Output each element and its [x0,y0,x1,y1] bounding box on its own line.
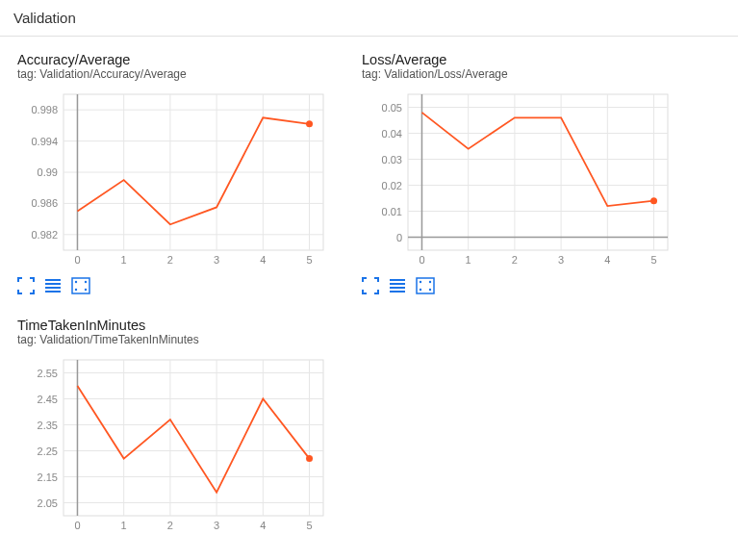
chart-toolbar [362,277,679,294]
section-title: Validation [13,10,76,26]
svg-point-70 [429,289,431,291]
chart-tag: tag: Validation/Loss/Average [362,67,679,81]
svg-text:5: 5 [306,254,312,266]
svg-point-97 [306,455,313,462]
chart-tag: tag: Validation/TimeTakenInMinutes [17,333,335,346]
fit-domain-icon[interactable] [71,277,90,294]
svg-text:0.03: 0.03 [382,154,402,165]
svg-text:0.02: 0.02 [382,180,402,191]
chart-title: Loss/Average [362,52,679,67]
svg-text:0.01: 0.01 [382,206,402,217]
svg-point-68 [429,281,431,283]
svg-text:0.994: 0.994 [31,136,58,147]
svg-text:0: 0 [74,254,80,266]
chart-plot-loss[interactable]: 00.010.020.030.040.05012345 [362,87,679,269]
svg-text:5: 5 [650,254,656,266]
svg-text:0: 0 [74,520,80,531]
svg-point-61 [650,197,657,204]
svg-text:0.998: 0.998 [31,104,58,115]
svg-text:0: 0 [419,254,424,266]
svg-text:4: 4 [260,520,266,531]
svg-text:0.99: 0.99 [38,166,58,178]
svg-point-32 [75,289,77,291]
chart-card-time: TimeTakenInMinutes tag: Validation/TimeT… [17,318,335,543]
svg-text:4: 4 [604,254,610,266]
section-header[interactable]: Validation [0,0,738,37]
expand-icon[interactable] [362,277,379,294]
chart-tag: tag: Validation/Accuracy/Average [17,67,335,81]
list-icon[interactable] [389,277,406,294]
svg-point-33 [85,289,87,291]
svg-text:5: 5 [306,520,312,531]
svg-text:2.25: 2.25 [38,445,58,457]
svg-text:0.986: 0.986 [31,197,58,209]
svg-text:3: 3 [558,254,564,266]
chart-plot-time[interactable]: 2.052.152.252.352.452.55012345 [17,352,335,535]
svg-text:1: 1 [121,254,127,266]
svg-text:1: 1 [466,254,471,266]
chart-title: Accuracy/Average [17,52,335,67]
svg-text:3: 3 [214,254,219,266]
svg-point-30 [75,281,77,283]
svg-rect-66 [417,278,434,293]
svg-text:2: 2 [512,254,518,266]
svg-text:2.15: 2.15 [38,471,58,483]
chart-grid: Accuracy/Average tag: Validation/Accurac… [17,52,721,543]
chart-plot-accuracy[interactable]: 0.9820.9860.990.9940.998012345 [17,87,335,269]
svg-rect-71 [64,360,323,516]
svg-text:1: 1 [121,520,127,531]
chart-card-loss: Loss/Average tag: Validation/Loss/Averag… [362,52,679,294]
chart-toolbar [17,277,335,294]
charts-container: Accuracy/Average tag: Validation/Accurac… [0,37,738,558]
svg-point-69 [420,289,421,291]
svg-text:3: 3 [214,520,219,531]
svg-text:0: 0 [396,232,402,243]
svg-text:0.04: 0.04 [382,128,402,140]
svg-point-31 [85,281,87,283]
chart-title: TimeTakenInMinutes [17,318,335,333]
fit-domain-icon[interactable] [416,277,435,294]
svg-point-24 [306,120,313,127]
svg-text:4: 4 [260,254,266,266]
svg-rect-29 [72,278,89,293]
chart-card-accuracy: Accuracy/Average tag: Validation/Accurac… [17,52,335,294]
expand-icon[interactable] [17,277,35,294]
list-icon[interactable] [44,277,62,294]
svg-text:0.05: 0.05 [382,102,402,114]
svg-text:2: 2 [167,520,173,531]
svg-text:2: 2 [167,254,173,266]
svg-text:2.45: 2.45 [38,394,58,405]
svg-text:2.35: 2.35 [38,420,58,431]
svg-point-67 [420,281,421,283]
svg-text:2.55: 2.55 [38,368,58,379]
svg-text:2.05: 2.05 [38,497,58,509]
svg-text:0.982: 0.982 [31,229,58,241]
